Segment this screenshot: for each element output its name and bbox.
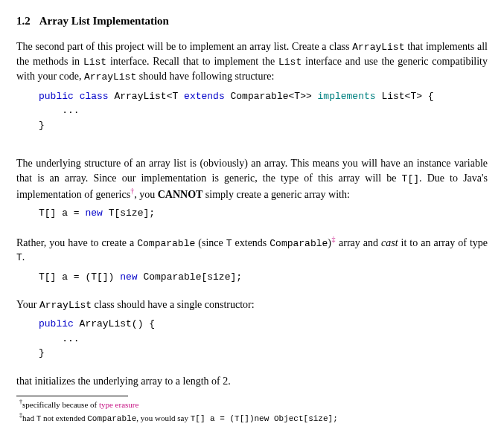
code-inline: ArrayList bbox=[84, 71, 136, 83]
code-inline: ArrayList bbox=[352, 42, 404, 53]
paragraph-intro: The second part of this project will be … bbox=[16, 39, 488, 85]
bold-text: CANNOT bbox=[158, 189, 203, 200]
code-block-constructor: public ArrayList() { ... } bbox=[39, 317, 488, 361]
section-number: 1.2 bbox=[16, 15, 31, 27]
keyword: public bbox=[39, 91, 74, 102]
code-text: List<T> { bbox=[381, 91, 433, 102]
code-inline: ArrayList bbox=[39, 300, 92, 311]
text: The second part of this project will be … bbox=[16, 41, 352, 52]
code-text: ArrayList() { bbox=[74, 318, 155, 329]
text: had bbox=[22, 413, 36, 422]
code-inline: List bbox=[278, 57, 302, 68]
paragraph-constructor: Your ArrayList class should have a singl… bbox=[16, 297, 488, 312]
code-inline: T[] a = (T[])new Object[size]; bbox=[191, 413, 338, 422]
text: , you would say bbox=[136, 413, 190, 422]
code-inline: List bbox=[83, 57, 106, 68]
text: , you bbox=[134, 189, 158, 200]
keyword: extends bbox=[184, 91, 225, 102]
code-text: } bbox=[39, 120, 45, 131]
code-ellipsis: ... bbox=[62, 105, 79, 116]
code-inline: Comparable bbox=[87, 413, 136, 422]
code-inline: T bbox=[226, 237, 232, 248]
code-block-class-decl: public class ArrayList<T extends Compara… bbox=[39, 89, 488, 133]
text: Rather, you have to create a bbox=[16, 236, 137, 248]
code-ellipsis: ... bbox=[62, 333, 79, 344]
keyword: class bbox=[80, 91, 109, 102]
text: interface. Recall that to implement the bbox=[106, 56, 278, 67]
keyword: implements bbox=[318, 91, 376, 102]
text: not extended bbox=[41, 413, 87, 422]
keyword: new bbox=[120, 271, 137, 283]
text: Your bbox=[16, 299, 39, 310]
code-text: T[] a = bbox=[39, 207, 85, 219]
text: . bbox=[22, 251, 25, 263]
footnote-separator bbox=[16, 396, 128, 396]
code-inline: Comparable bbox=[137, 237, 195, 248]
code-inline: T[] bbox=[402, 173, 419, 184]
keyword: public bbox=[39, 318, 74, 329]
footnote-2: ‡had T not extended Comparable, you woul… bbox=[24, 411, 488, 425]
footnote-link[interactable]: type erasure bbox=[99, 400, 138, 409]
code-inline: Comparable bbox=[269, 237, 328, 248]
paragraph-init-length: that initializes the underlying array to… bbox=[16, 374, 488, 389]
footnote-1: †specifically because of type erasure bbox=[24, 398, 488, 411]
text: simply create a generic array with: bbox=[202, 189, 349, 200]
text: specifically because of bbox=[22, 400, 99, 409]
section-title-text: Array List Implementation bbox=[39, 15, 169, 27]
italic-text: cast bbox=[381, 236, 398, 248]
text: it to an array of type bbox=[398, 236, 488, 248]
code-block-bad-array: T[] a = new T[size]; bbox=[39, 206, 488, 221]
text: should have following structure: bbox=[136, 71, 274, 82]
keyword: new bbox=[85, 207, 102, 219]
section-heading: 1.2Array List Implementation bbox=[16, 13, 488, 29]
code-block-good-array: T[] a = (T[]) new Comparable[size]; bbox=[39, 270, 488, 285]
code-text: Comparable<T>> bbox=[231, 91, 312, 102]
code-text: ArrayList<T bbox=[114, 91, 178, 102]
text: extends bbox=[232, 236, 270, 248]
paragraph-cast-info: Rather, you have to create a Comparable … bbox=[16, 234, 488, 265]
code-text: T[size]; bbox=[103, 207, 155, 219]
text: array and bbox=[336, 236, 381, 248]
code-text: T[] a = (T[]) bbox=[39, 271, 120, 283]
code-text: Comparable[size]; bbox=[138, 271, 242, 283]
paragraph-array-info: The underlying structure of an array lis… bbox=[16, 156, 488, 202]
text: class should have a single constructor: bbox=[92, 299, 255, 310]
code-text: } bbox=[39, 347, 45, 358]
text: (since bbox=[195, 236, 226, 248]
code-inline: T bbox=[16, 252, 22, 263]
text: that initializes the underlying array to… bbox=[16, 376, 231, 387]
